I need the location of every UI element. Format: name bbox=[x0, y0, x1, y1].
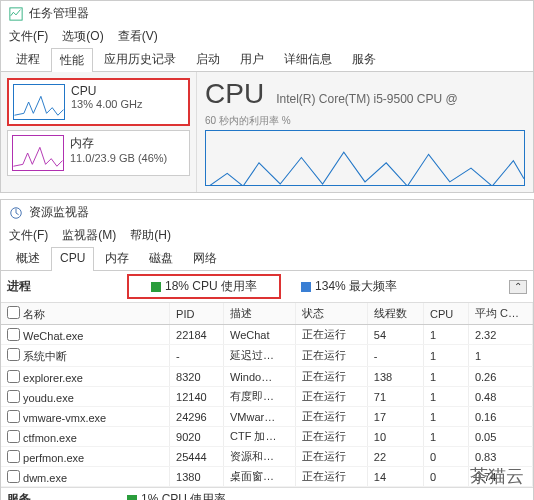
col-1[interactable]: PID bbox=[170, 303, 224, 325]
rm-tab-3[interactable]: 磁盘 bbox=[140, 246, 182, 270]
tm-title: 任务管理器 bbox=[29, 5, 89, 22]
tm-tab-6[interactable]: 服务 bbox=[343, 47, 385, 71]
row-checkbox[interactable] bbox=[7, 410, 20, 423]
perf-tile-内存[interactable]: 内存11.0/23.9 GB (46%) bbox=[7, 130, 190, 176]
tm-tab-1[interactable]: 性能 bbox=[51, 48, 93, 72]
tm-tab-5[interactable]: 详细信息 bbox=[275, 47, 341, 71]
rm-tab-1[interactable]: CPU bbox=[51, 247, 94, 271]
tm-menu-file[interactable]: 文件(F) bbox=[9, 28, 48, 45]
svc-cpu-badge: 1% CPU 使用率 bbox=[127, 491, 226, 500]
cpu-heading: CPU bbox=[205, 78, 264, 110]
tm-tab-4[interactable]: 用户 bbox=[231, 47, 273, 71]
tm-tab-2[interactable]: 应用历史记录 bbox=[95, 47, 185, 71]
col-6[interactable]: 平均 C… bbox=[468, 303, 532, 325]
rm-menu-monitor[interactable]: 监视器(M) bbox=[62, 227, 116, 244]
row-checkbox[interactable] bbox=[7, 390, 20, 403]
row-checkbox[interactable] bbox=[7, 348, 20, 361]
collapse-icon[interactable]: ⌃ bbox=[509, 280, 527, 294]
process-table: 名称PID描述状态线程数CPU平均 C… WeChat.exe22184WeCh… bbox=[1, 303, 533, 487]
cpu-chart bbox=[205, 130, 525, 186]
square-blue-icon bbox=[301, 282, 311, 292]
row-checkbox[interactable] bbox=[7, 430, 20, 443]
tm-menu-view[interactable]: 查看(V) bbox=[118, 28, 158, 45]
square-green-icon bbox=[151, 282, 161, 292]
col-3[interactable]: 状态 bbox=[295, 303, 367, 325]
table-row[interactable]: WeChat.exe22184WeChat正在运行5412.32 bbox=[1, 325, 533, 345]
select-all-checkbox[interactable] bbox=[7, 306, 20, 319]
cpu-usage-badge: 18% CPU 使用率 bbox=[127, 274, 281, 299]
taskmgr-icon bbox=[9, 7, 23, 21]
rm-tab-0[interactable]: 概述 bbox=[7, 246, 49, 270]
table-row[interactable]: dwm.exe1380桌面窗…正在运行1400.74 bbox=[1, 467, 533, 487]
rm-tab-4[interactable]: 网络 bbox=[184, 246, 226, 270]
col-0[interactable]: 名称 bbox=[1, 303, 170, 325]
row-checkbox[interactable] bbox=[7, 370, 20, 383]
perf-tile-cpu[interactable]: CPU13% 4.00 GHz bbox=[7, 78, 190, 126]
col-2[interactable]: 描述 bbox=[223, 303, 295, 325]
rm-menu-file[interactable]: 文件(F) bbox=[9, 227, 48, 244]
table-row[interactable]: explorer.exe8320Windo…正在运行13810.26 bbox=[1, 367, 533, 387]
section-processes[interactable]: 进程 bbox=[7, 278, 107, 295]
watermark: 茶猫云 bbox=[470, 464, 524, 488]
table-row[interactable]: vmware-vmx.exe24296VMwar…正在运行1710.16 bbox=[1, 407, 533, 427]
tm-menubar: 文件(F) 选项(O) 查看(V) bbox=[1, 26, 533, 47]
square-green-icon bbox=[127, 495, 137, 501]
table-row[interactable]: ctfmon.exe9020CTF 加…正在运行1010.05 bbox=[1, 427, 533, 447]
row-checkbox[interactable] bbox=[7, 328, 20, 341]
tm-tab-0[interactable]: 进程 bbox=[7, 47, 49, 71]
chart-label: 60 秒内的利用率 % bbox=[205, 114, 525, 128]
col-4[interactable]: 线程数 bbox=[367, 303, 423, 325]
rm-title: 资源监视器 bbox=[29, 204, 89, 221]
tm-menu-options[interactable]: 选项(O) bbox=[62, 28, 103, 45]
resmon-icon bbox=[9, 206, 23, 220]
row-checkbox[interactable] bbox=[7, 450, 20, 463]
row-checkbox[interactable] bbox=[7, 470, 20, 483]
col-5[interactable]: CPU bbox=[423, 303, 468, 325]
table-row[interactable]: youdu.exe12140有度即…正在运行7110.48 bbox=[1, 387, 533, 407]
rm-tab-2[interactable]: 内存 bbox=[96, 246, 138, 270]
freq-badge: 134% 最大频率 bbox=[301, 278, 397, 295]
section-services[interactable]: 服务 bbox=[7, 491, 107, 500]
tm-tab-3[interactable]: 启动 bbox=[187, 47, 229, 71]
table-row[interactable]: perfmon.exe25444资源和…正在运行2200.83 bbox=[1, 447, 533, 467]
rm-menu-help[interactable]: 帮助(H) bbox=[130, 227, 171, 244]
table-row[interactable]: 系统中断-延迟过…正在运行-11 bbox=[1, 345, 533, 367]
cpu-model: Intel(R) Core(TM) i5-9500 CPU @ bbox=[276, 92, 458, 106]
